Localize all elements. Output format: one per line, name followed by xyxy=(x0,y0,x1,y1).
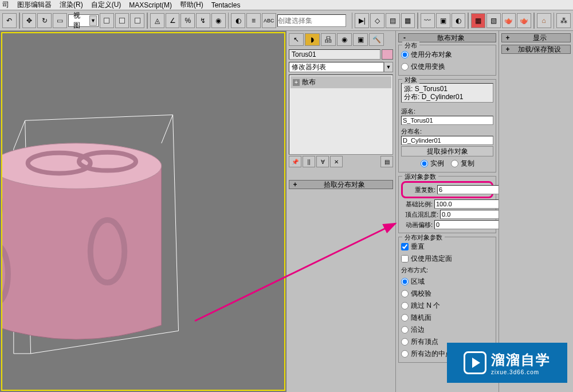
method-along-edge-radio[interactable] xyxy=(401,326,409,334)
create-tab[interactable]: ↖ xyxy=(289,33,304,46)
menu-maxscript[interactable]: MAXScript(M) xyxy=(129,1,172,9)
curve-editor-button[interactable]: 〰 xyxy=(421,13,435,28)
method-random-face-radio[interactable] xyxy=(401,314,409,322)
right-panel: + 显示 + 加载/保存预设 xyxy=(499,31,573,392)
viewport[interactable] xyxy=(0,31,286,392)
watermark: 溜溜自学 zixue.3d66.com xyxy=(447,343,567,383)
menu-render[interactable]: 渲染(R) xyxy=(60,0,83,10)
display-tab[interactable]: ▣ xyxy=(353,33,368,46)
method-even-radio[interactable] xyxy=(401,290,409,297)
expand-icon[interactable]: + xyxy=(293,79,300,86)
use-selected-faces-check[interactable] xyxy=(401,255,409,262)
stack-item-scatter[interactable]: + 散布 xyxy=(291,76,391,88)
menu-tentacles[interactable]: Tentacles xyxy=(211,1,241,9)
distribution-group: 分布 使用分布对象 仅使用变换 xyxy=(398,45,496,76)
method-area-radio[interactable] xyxy=(401,278,409,285)
object-color-swatch[interactable] xyxy=(382,49,393,60)
layer-mgr-button[interactable]: ▦ xyxy=(401,13,415,28)
material-editor-button[interactable]: ◐ xyxy=(452,13,466,28)
tool-a-button[interactable] xyxy=(100,13,114,28)
only-transform-radio[interactable] xyxy=(401,63,409,70)
undo-button[interactable]: ↶ xyxy=(2,13,17,28)
extract-operand-button[interactable]: 提取操作对象 xyxy=(401,146,493,156)
anim-offset-input[interactable] xyxy=(434,220,499,229)
objects-list[interactable]: 源: S_Torus01 分布: D_Cylinder01 xyxy=(401,83,493,103)
perpendicular-check[interactable] xyxy=(401,243,409,250)
method-skip-radio[interactable] xyxy=(401,302,409,309)
use-dist-obj-radio[interactable] xyxy=(401,51,409,58)
percent-snap-button[interactable]: % xyxy=(180,13,195,28)
mirror-tool-button[interactable]: ▶| xyxy=(355,13,369,28)
spinner-snap-button[interactable]: ↯ xyxy=(196,13,210,28)
motion-tab[interactable]: ◉ xyxy=(337,33,352,46)
modifier-panel: ↖ ◗ 品 ◉ ▣ 🔨 ▼ + 散布 📌 || ∀ ✕ ▤ xyxy=(286,31,396,392)
mirror-button[interactable]: ◐ xyxy=(231,13,245,28)
render-button[interactable]: 🫖 xyxy=(502,13,516,28)
angle-snap-button[interactable]: ∠ xyxy=(166,13,180,28)
object-name-input[interactable] xyxy=(289,49,380,60)
modifier-list-combo[interactable] xyxy=(289,62,384,72)
method-edge-mid-radio[interactable] xyxy=(401,350,409,358)
scale-button[interactable]: ▭ xyxy=(53,13,67,28)
play-icon xyxy=(464,351,486,374)
text-button[interactable]: ABC xyxy=(262,13,276,28)
source-name-input[interactable] xyxy=(401,116,493,125)
reactor-button[interactable]: ⁂ xyxy=(556,13,571,28)
method-all-vertex-radio[interactable] xyxy=(401,338,409,346)
preset-rollout-header[interactable]: + 加载/保存预设 xyxy=(501,45,571,54)
utilities-tab[interactable]: 🔨 xyxy=(369,33,384,46)
objects-group: 对象 源: S_Torus01 分布: D_Cylinder01 源名: 分布名… xyxy=(398,79,496,173)
pick-dist-rollout-header[interactable]: + 拾取分布对象 xyxy=(289,180,393,189)
main-toolbar: ↶ ✥ ↻ ▭ 视图 ▼ ◬ ∠ % ↯ ◉ ◐ ≡ ABC ▶| ◇ ▤ ▦ … xyxy=(0,10,573,31)
named-sel-button[interactable]: ◉ xyxy=(211,13,226,28)
menu-first-glyph[interactable]: 司 xyxy=(2,0,9,10)
scatter-rollout-panel: - 散布对象 分布 使用分布对象 仅使用变换 对象 源: S_Torus01 分… xyxy=(396,31,499,392)
render-setup-button[interactable]: ▦ xyxy=(471,13,485,28)
align-button[interactable]: ≡ xyxy=(246,13,261,28)
grab-viewport-button[interactable]: ⌂ xyxy=(537,13,551,28)
instance-radio[interactable] xyxy=(421,160,428,167)
render-frame-button[interactable]: ▧ xyxy=(486,13,501,28)
modifier-stack[interactable]: + 散布 xyxy=(289,75,393,155)
layers-button[interactable]: ▤ xyxy=(386,13,400,28)
stack-btn-2[interactable]: || xyxy=(303,156,315,167)
vertex-chaos-input[interactable] xyxy=(440,210,499,219)
schematic-button[interactable]: ▣ xyxy=(436,13,450,28)
source-params-group: 源对象参数 重复数: ▲▼ 基础比例: ▲▼% 顶点混乱度: ▲▼ 动画偏移: xyxy=(398,176,496,233)
display-rollout-header[interactable]: + 显示 xyxy=(501,33,571,42)
tool-c-button[interactable] xyxy=(130,13,144,28)
selection-set-input[interactable] xyxy=(277,14,346,27)
viewport-canvas xyxy=(2,33,284,390)
base-scale-input[interactable] xyxy=(434,199,499,209)
modifier-list-arrow[interactable]: ▼ xyxy=(384,62,393,72)
quick-render-button[interactable]: 🫖 xyxy=(517,13,531,28)
align-tool-button[interactable]: ◇ xyxy=(370,13,384,28)
menu-graphics-editor[interactable]: 图形编辑器 xyxy=(17,0,52,10)
menu-help[interactable]: 帮助(H) xyxy=(180,0,203,10)
copy-radio[interactable] xyxy=(451,160,458,167)
move-button[interactable]: ✥ xyxy=(22,13,37,28)
stack-btn-3[interactable]: ∀ xyxy=(316,156,329,167)
duplicates-input[interactable] xyxy=(437,185,499,194)
configure-stack-button[interactable]: ▤ xyxy=(380,156,393,167)
menubar: 司 图形编辑器 渲染(R) 自定义(U) MAXScript(M) 帮助(H) … xyxy=(0,0,573,10)
hierarchy-tab[interactable]: 品 xyxy=(321,33,336,46)
cylinder-object xyxy=(2,143,162,339)
modify-tab[interactable]: ◗ xyxy=(305,33,320,46)
rotate-button[interactable]: ↻ xyxy=(37,13,52,28)
tool-b-button[interactable] xyxy=(115,13,129,28)
duplicates-highlight: 重复数: ▲▼ xyxy=(401,181,493,198)
stack-btn-4[interactable]: ✕ xyxy=(330,156,343,167)
pin-stack-button[interactable]: 📌 xyxy=(289,156,301,167)
dist-name-input[interactable] xyxy=(401,136,493,145)
view-combo[interactable]: 视图 ▼ xyxy=(68,14,99,27)
menu-customize[interactable]: 自定义(U) xyxy=(91,0,121,10)
snap-button[interactable]: ◬ xyxy=(150,13,164,28)
